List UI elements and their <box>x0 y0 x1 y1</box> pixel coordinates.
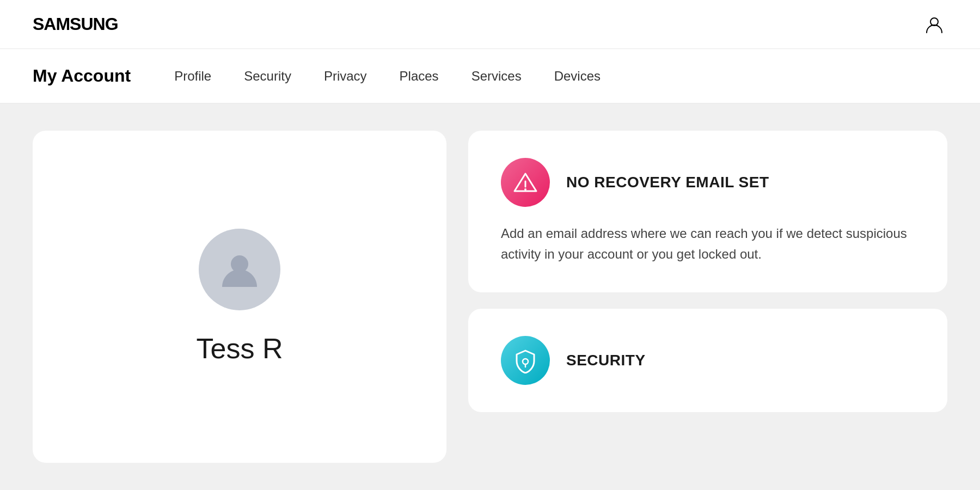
warning-icon <box>512 169 538 195</box>
security-card-title: SECURITY <box>566 352 646 369</box>
svg-point-4 <box>523 359 528 364</box>
nav-links-list: Profile Security Privacy Places Services… <box>174 69 601 84</box>
profile-link[interactable]: Profile <box>174 69 211 83</box>
sidebar-item-services[interactable]: Services <box>471 69 522 84</box>
main-navigation: My Account Profile Security Privacy Plac… <box>0 49 980 103</box>
samsung-logo: SAMSUNG <box>33 14 118 34</box>
page-title: My Account <box>33 66 131 86</box>
user-icon <box>924 15 944 34</box>
services-link[interactable]: Services <box>471 69 522 83</box>
recovery-email-description: Add an email address where we can reach … <box>501 223 915 265</box>
profile-card: Tess R <box>33 131 446 463</box>
svg-point-3 <box>524 188 526 191</box>
sidebar-item-privacy[interactable]: Privacy <box>324 69 367 84</box>
sidebar-item-devices[interactable]: Devices <box>554 69 601 84</box>
alert-header: NO RECOVERY EMAIL SET <box>501 158 915 207</box>
user-display-name: Tess R <box>197 332 283 365</box>
recovery-email-title: NO RECOVERY EMAIL SET <box>566 174 769 191</box>
security-card[interactable]: SECURITY <box>468 309 947 412</box>
security-link[interactable]: Security <box>244 69 291 83</box>
devices-link[interactable]: Devices <box>554 69 601 83</box>
main-content: Tess R NO RECOVERY EMAIL SET Add an emai… <box>0 103 980 490</box>
user-account-button[interactable] <box>921 11 947 38</box>
security-icon-circle <box>501 336 550 385</box>
sidebar-item-profile[interactable]: Profile <box>174 69 211 84</box>
privacy-link[interactable]: Privacy <box>324 69 367 83</box>
places-link[interactable]: Places <box>400 69 439 83</box>
sidebar-item-places[interactable]: Places <box>400 69 439 84</box>
recovery-email-alert-card[interactable]: NO RECOVERY EMAIL SET Add an email addre… <box>468 131 947 292</box>
svg-point-0 <box>930 18 938 26</box>
avatar-icon <box>218 248 261 291</box>
site-header: SAMSUNG <box>0 0 980 49</box>
alerts-column: NO RECOVERY EMAIL SET Add an email addre… <box>468 131 947 463</box>
sidebar-item-security[interactable]: Security <box>244 69 291 84</box>
avatar <box>199 229 280 310</box>
alert-icon-circle <box>501 158 550 207</box>
shield-icon <box>512 347 538 373</box>
